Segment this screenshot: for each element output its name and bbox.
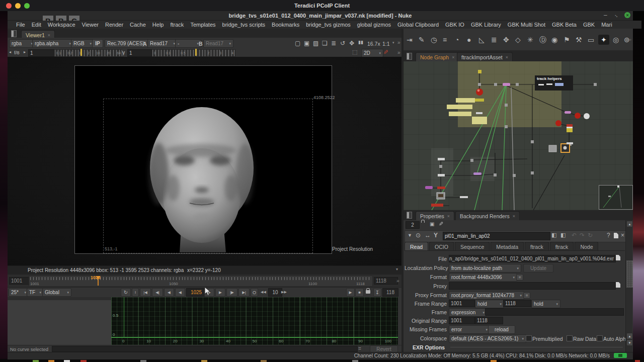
revert-knobs-icon[interactable]: ↻ xyxy=(588,232,593,238)
scroll-up-button[interactable]: ▲ xyxy=(626,221,633,227)
menu-global-clipboard[interactable]: Global Clipboard xyxy=(397,22,439,28)
zoom-level[interactable]: 16.7x xyxy=(367,41,380,47)
timeline-ruler[interactable]: 1001 1050 1100 1118 1025 xyxy=(29,276,373,287)
update-button[interactable]: Update xyxy=(523,264,553,273)
views-menu-icon[interactable]: ◉ xyxy=(551,36,557,43)
tab-node[interactable]: Node xyxy=(575,242,598,251)
tab-sequence[interactable]: Sequence xyxy=(455,242,490,251)
frame-range-start-field[interactable]: 1001 xyxy=(449,300,475,307)
dock-icon[interactable] xyxy=(33,360,39,362)
thumbnail-node[interactable] xyxy=(549,145,556,152)
frame-range-end-mode-dropdown[interactable]: hold▾ xyxy=(531,300,560,308)
downrez-ratio[interactable]: 1:1 xyxy=(382,41,390,47)
tracker-node[interactable] xyxy=(447,105,472,109)
menu-gbk[interactable]: GBK xyxy=(583,22,595,28)
window-minimize-button[interactable]: – xyxy=(604,12,607,19)
timeline-end-field[interactable]: 1118 xyxy=(374,277,398,285)
tracker-node[interactable] xyxy=(449,112,471,116)
time-menu-icon[interactable]: ◷ xyxy=(431,36,437,43)
gamma-slider[interactable]: 0 0.1 0.5 1 2 3 4 xyxy=(152,49,235,57)
track-helpers-backdrop[interactable]: track helpers xyxy=(535,75,573,90)
node-name-field[interactable]: pl01_main_lin_ap02 xyxy=(443,232,550,240)
toolbar-overflow-icon[interactable]: » xyxy=(397,40,400,45)
dock-icon[interactable] xyxy=(48,360,54,362)
proxy-format-equals-button[interactable]: = xyxy=(523,292,530,299)
transform-menu-icon[interactable]: ✥ xyxy=(503,36,509,43)
next-aperture-icon[interactable]: ▸ xyxy=(24,50,26,54)
menu-cache[interactable]: Cache xyxy=(130,22,146,28)
gain-row-overflow-icon[interactable]: » xyxy=(397,50,400,55)
panel-split-icon[interactable] xyxy=(407,53,412,60)
scrollbar-thumb[interactable] xyxy=(626,260,633,288)
stop-button[interactable]: ■ xyxy=(355,288,364,297)
scroll-down-button[interactable]: ▼ xyxy=(626,339,633,346)
settings-icon[interactable]: ✥ xyxy=(349,40,354,46)
tab-ftrack-import-asset[interactable]: ftrackImportAsset × xyxy=(457,52,513,62)
input-a-dropdown[interactable]: Read17▾ xyxy=(147,39,178,48)
dot-node[interactable] xyxy=(478,70,481,73)
range-mode-dropdown[interactable]: Global▾ xyxy=(42,288,71,297)
window-close-button[interactable]: ✕ xyxy=(624,12,630,18)
frame-mode-dropdown[interactable]: expression▾ xyxy=(449,308,487,317)
frame-increment-field[interactable]: 10 xyxy=(268,288,282,297)
dock-icon[interactable] xyxy=(201,360,207,362)
original-range-end-field[interactable]: 1118 xyxy=(475,317,503,324)
tab-read[interactable]: Read xyxy=(405,242,428,251)
timeline-overflow-icon[interactable]: » xyxy=(396,278,399,284)
goto-start-button[interactable]: |◀ xyxy=(140,288,151,297)
dock-icon[interactable] xyxy=(635,360,640,362)
next-keyframe-button[interactable]: |▶ xyxy=(226,288,237,297)
menu-gbk-beta[interactable]: GBK Beta xyxy=(552,22,577,28)
menu-ftrack[interactable]: ftrack xyxy=(170,22,184,28)
transport-end-field[interactable]: 118 xyxy=(382,288,398,297)
hide-input-toggle-icon[interactable]: ◧ xyxy=(551,232,556,238)
gbk-menu-icon[interactable]: ✦ xyxy=(598,35,609,45)
merge-menu-icon[interactable]: ≣ xyxy=(491,36,497,43)
missing-frames-dropdown[interactable]: error▾ xyxy=(449,325,490,334)
swap-ab-icon[interactable]: ↔ xyxy=(425,232,431,238)
annotate-pen-icon[interactable]: ✎ xyxy=(383,49,388,56)
menu-edit[interactable]: Edit xyxy=(32,22,41,28)
gamma-slider-marker[interactable] xyxy=(195,49,197,56)
3d-menu-icon[interactable]: ◇ xyxy=(515,36,521,43)
chevron-down-icon[interactable]: ▾ xyxy=(392,41,394,45)
clear-panels-icon[interactable]: ▣ xyxy=(430,222,434,227)
color-menu-icon[interactable]: ◔ xyxy=(455,36,459,43)
menu-bridge-tvs-gizmos[interactable]: bridge_tvs gizmos xyxy=(306,22,351,28)
menu-templates[interactable]: Templates xyxy=(190,22,215,28)
prev-keyframe-button[interactable]: ◀| xyxy=(152,288,163,297)
refresh-icon[interactable]: ↺ xyxy=(340,40,345,46)
timecode-dropdown[interactable]: TF▾ xyxy=(27,288,44,297)
close-icon[interactable]: × xyxy=(506,55,508,60)
step-back-increment-icon[interactable]: ◀◀ xyxy=(261,290,266,294)
proxy-format-dropdown[interactable]: root.proxy_format 1024x778▾ xyxy=(449,291,524,300)
original-range-start-field[interactable]: 1001 xyxy=(449,317,475,324)
gain-field[interactable]: 1 xyxy=(28,49,55,57)
collapse-panel-icon[interactable]: ▼ xyxy=(408,233,412,238)
menu-bridge-tvs-scripts[interactable]: bridge_tvs scripts xyxy=(222,22,266,28)
dock-icon[interactable] xyxy=(491,360,497,362)
display-mode-dropdown[interactable]: RGB▾ xyxy=(71,39,94,48)
current-frame-field[interactable]: 1025 xyxy=(186,288,206,297)
draw-menu-icon[interactable]: ✎ xyxy=(419,36,425,43)
step-back-button[interactable]: ◀ xyxy=(175,288,185,297)
undo-icon[interactable]: ↶ xyxy=(572,232,577,238)
dope-sheet-panel[interactable] xyxy=(8,297,112,345)
colorspace-dropdown[interactable]: default (ACES - ACES2065-1)▾ xyxy=(449,334,526,343)
close-panel-icon[interactable]: × xyxy=(621,232,624,238)
pause-icon[interactable]: ▮▮ xyxy=(358,40,363,45)
render-export-button[interactable]: ↧ xyxy=(373,288,381,297)
menu-gbk-library[interactable]: GBK Library xyxy=(471,22,501,28)
step-fwd-increment-icon[interactable]: ▶▶ xyxy=(281,290,287,294)
tab-ocio[interactable]: OCIO xyxy=(429,242,454,251)
menu-gbk-io[interactable]: GBK IO xyxy=(445,22,464,28)
gamma-field[interactable]: 1 xyxy=(127,49,153,57)
prev-aperture-icon[interactable]: ◂ xyxy=(9,50,11,54)
frame-cycle-button[interactable]: O xyxy=(251,288,258,297)
deep-menu-icon[interactable]: Ⓓ xyxy=(539,36,546,43)
close-icon[interactable]: × xyxy=(447,214,450,219)
max-panels-field[interactable]: 2 xyxy=(406,221,420,229)
redo-icon[interactable]: ↷ xyxy=(580,232,585,238)
alpha-channel-dropdown[interactable]: rgba.alpha▾ xyxy=(32,39,73,48)
nuke-titlebar[interactable]: bridge_tvs_s01e01_012_0400_main_jimpar_v… xyxy=(8,11,633,21)
